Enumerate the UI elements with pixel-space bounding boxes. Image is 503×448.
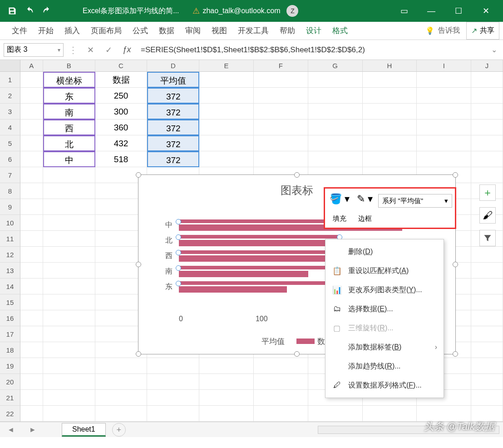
sheet-nav-next[interactable]: ►	[22, 426, 44, 434]
row-header[interactable]: 7	[0, 167, 20, 183]
context-menu-item[interactable]: 添加趋势线(R)...	[325, 357, 444, 376]
cell[interactable]: 518	[95, 151, 148, 167]
cell[interactable]	[43, 247, 95, 263]
bar-data[interactable]	[179, 286, 287, 293]
cell[interactable]: 372	[147, 151, 199, 167]
cell[interactable]	[417, 151, 471, 167]
cell[interactable]	[254, 135, 308, 151]
cell[interactable]	[95, 406, 148, 422]
bar-data[interactable]	[179, 255, 334, 262]
cell[interactable]	[417, 72, 471, 88]
cell[interactable]	[417, 135, 471, 151]
cell[interactable]: 372	[147, 88, 199, 104]
ribbon-options-icon[interactable]: ▭	[390, 0, 418, 22]
cell[interactable]	[471, 72, 503, 88]
row-header[interactable]: 15	[0, 294, 20, 310]
cell[interactable]	[43, 231, 95, 247]
cell[interactable]	[20, 183, 43, 199]
col-header[interactable]: C	[95, 60, 148, 71]
cell[interactable]	[363, 72, 417, 88]
cell[interactable]: 372	[147, 119, 199, 135]
cell[interactable]	[199, 390, 254, 406]
cell[interactable]	[471, 263, 503, 279]
cell[interactable]	[199, 374, 254, 390]
cell[interactable]: 300	[95, 104, 148, 119]
row-header[interactable]: 13	[0, 263, 20, 279]
sheet-nav-prev[interactable]: ◄	[0, 426, 22, 434]
add-sheet-button[interactable]: +	[112, 423, 126, 437]
user-email[interactable]: zhao_talk@outlook.com	[202, 7, 280, 15]
maximize-icon[interactable]: ☐	[445, 0, 472, 22]
cell[interactable]: 数据	[95, 72, 148, 88]
spreadsheet-grid[interactable]: A B C D E F G H I J 1 横坐标 数据 平均值 2 东 250…	[0, 60, 503, 422]
cell[interactable]	[147, 406, 199, 422]
cell[interactable]	[43, 374, 95, 390]
resize-handle[interactable]	[294, 172, 300, 178]
row-header[interactable]: 20	[0, 374, 20, 390]
tab-design[interactable]: 设计	[301, 22, 327, 40]
cell[interactable]	[20, 88, 43, 104]
cell[interactable]	[20, 167, 43, 183]
cell[interactable]	[43, 390, 95, 406]
bar-avg[interactable]	[179, 266, 339, 269]
cell[interactable]	[199, 406, 254, 422]
cancel-formula-icon[interactable]: ✕	[83, 45, 98, 55]
cell[interactable]	[199, 119, 254, 135]
tab-formulas[interactable]: 公式	[127, 22, 153, 40]
series-selector[interactable]: 系列 "平均值"▾	[378, 194, 452, 208]
cell[interactable]: 横坐标	[43, 72, 95, 88]
row-header[interactable]: 19	[0, 358, 20, 374]
resize-handle[interactable]	[136, 172, 141, 178]
cell[interactable]: 南	[43, 104, 95, 119]
cell[interactable]: 372	[147, 135, 199, 151]
cell[interactable]	[471, 167, 503, 183]
tab-review[interactable]: 审阅	[180, 22, 206, 40]
cell[interactable]	[43, 310, 95, 326]
col-header[interactable]: J	[471, 60, 503, 71]
cell[interactable]	[308, 135, 363, 151]
cell[interactable]	[471, 406, 503, 422]
cell[interactable]	[20, 135, 43, 151]
context-menu-item[interactable]: 添加数据标签(B)›	[325, 338, 444, 357]
cell[interactable]: 432	[95, 135, 148, 151]
row-header[interactable]: 2	[0, 88, 20, 104]
redo-icon[interactable]	[38, 0, 55, 22]
col-header[interactable]: D	[147, 60, 199, 71]
cell[interactable]	[95, 374, 148, 390]
row-header[interactable]: 17	[0, 326, 20, 342]
cell[interactable]	[43, 215, 95, 231]
cell[interactable]	[254, 151, 308, 167]
tab-developer[interactable]: 开发工具	[232, 22, 274, 40]
row-header[interactable]: 12	[0, 247, 20, 263]
select-all-corner[interactable]	[0, 60, 20, 71]
cell[interactable]	[254, 358, 308, 374]
cell[interactable]	[308, 72, 363, 88]
cell[interactable]	[20, 342, 43, 358]
cell[interactable]	[95, 390, 148, 406]
col-header[interactable]: H	[363, 60, 417, 71]
cell[interactable]	[147, 358, 199, 374]
cell[interactable]	[199, 104, 254, 119]
resize-handle[interactable]	[453, 172, 458, 178]
name-box[interactable]: 图表 3	[4, 43, 64, 57]
cell[interactable]	[471, 88, 503, 104]
cell[interactable]	[20, 279, 43, 294]
cell[interactable]	[20, 72, 43, 88]
cell[interactable]	[199, 151, 254, 167]
row-header[interactable]: 10	[0, 215, 20, 231]
cell[interactable]	[20, 215, 43, 231]
resize-handle[interactable]	[136, 351, 141, 357]
cell[interactable]: 中	[43, 151, 95, 167]
cell[interactable]	[20, 119, 43, 135]
cell[interactable]	[254, 72, 308, 88]
sheet-tab-active[interactable]: Sheet1	[62, 423, 106, 437]
cell[interactable]	[43, 326, 95, 342]
cell[interactable]	[254, 374, 308, 390]
row-header[interactable]: 6	[0, 151, 20, 167]
close-icon[interactable]: ✕	[472, 0, 499, 22]
row-header[interactable]: 21	[0, 390, 20, 406]
enter-formula-icon[interactable]: ✓	[101, 45, 116, 55]
avatar[interactable]: Z	[286, 5, 298, 17]
cell[interactable]	[471, 294, 503, 310]
cell[interactable]	[20, 199, 43, 215]
